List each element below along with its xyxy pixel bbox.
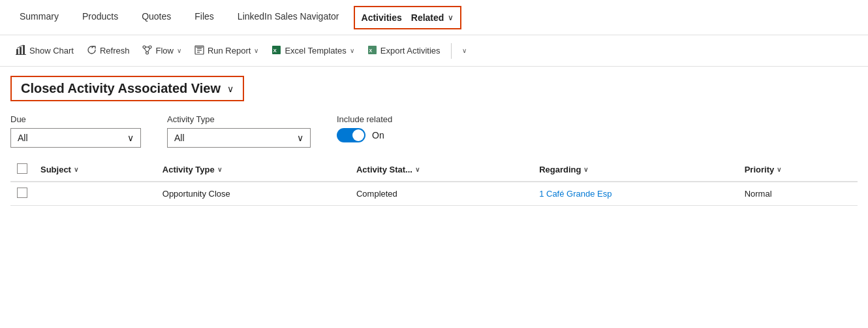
activity-type-sort-icon: ∨: [217, 166, 222, 173]
run-report-label: Run Report: [208, 46, 251, 56]
include-related-label: Include related: [337, 114, 392, 124]
show-chart-label: Show Chart: [29, 46, 74, 56]
due-filter-label: Due: [10, 114, 141, 124]
excel-templates-button[interactable]: X Excel Templates ∨: [266, 42, 359, 59]
tab-summary[interactable]: Summary: [10, 0, 68, 35]
row-regarding[interactable]: 1 Café Grande Esp: [533, 182, 738, 206]
run-report-icon: [194, 45, 204, 57]
svg-point-4: [143, 46, 146, 48]
view-title-text: Closed Activity Associated View: [21, 81, 221, 96]
tab-quotes[interactable]: Quotes: [132, 0, 180, 35]
subject-sort-icon: ∨: [74, 166, 78, 173]
row-activity-type: Opportunity Close: [156, 182, 350, 206]
svg-rect-2: [23, 45, 25, 54]
include-related-toggle[interactable]: [337, 128, 365, 142]
svg-text:X: X: [273, 48, 277, 54]
header-priority[interactable]: Priority ∨: [738, 158, 858, 182]
svg-point-6: [146, 52, 149, 54]
flow-icon: [142, 45, 152, 57]
activity-type-filter-value: All: [174, 133, 185, 143]
due-filter-select[interactable]: All ∨: [10, 128, 141, 148]
toggle-row: On: [337, 128, 392, 142]
activity-type-filter-chevron-icon: ∨: [297, 133, 303, 143]
refresh-button[interactable]: Refresh: [82, 42, 135, 59]
nav-tabs: Summary Products Quotes Files LinkedIn S…: [0, 0, 868, 35]
activity-type-filter-group: Activity Type All ∨: [167, 114, 311, 148]
row-activity-status: Completed: [350, 182, 533, 206]
header-checkbox[interactable]: [17, 163, 27, 174]
filters-row: Due All ∨ Activity Type All ∨ Include re…: [0, 108, 868, 158]
activity-type-filter-select[interactable]: All ∨: [167, 128, 311, 148]
run-report-chevron-icon: ∨: [254, 47, 258, 54]
view-title-bar: Closed Activity Associated View ∨: [0, 67, 868, 108]
activity-type-filter-label: Activity Type: [167, 114, 311, 124]
row-checkbox[interactable]: [17, 188, 27, 198]
show-chart-button[interactable]: Show Chart: [10, 42, 79, 59]
toggle-knob: [352, 129, 364, 141]
excel-templates-icon: X: [271, 45, 281, 57]
regarding-sort-icon: ∨: [583, 166, 588, 173]
export-activities-label: Export Activities: [380, 46, 441, 56]
related-chevron-icon: ∨: [448, 13, 454, 22]
more-options-button[interactable]: ∨: [457, 44, 472, 57]
table-container: Subject ∨ Activity Type ∨ Activity Stat.…: [0, 158, 868, 206]
flow-chevron-icon: ∨: [177, 47, 181, 54]
include-related-group: Include related On: [337, 114, 392, 142]
flow-button[interactable]: Flow ∨: [137, 42, 186, 59]
svg-line-9: [148, 48, 151, 52]
row-checkbox-cell: [10, 182, 34, 206]
refresh-label: Refresh: [100, 46, 130, 56]
tab-related-label: Related: [411, 12, 444, 23]
due-filter-group: Due All ∨: [10, 114, 141, 148]
show-chart-icon: [16, 44, 26, 57]
svg-rect-0: [16, 49, 18, 54]
view-title-chevron-icon: ∨: [227, 84, 234, 94]
priority-sort-icon: ∨: [777, 166, 781, 173]
due-filter-chevron-icon: ∨: [127, 133, 134, 143]
export-activities-button[interactable]: X Export Activities: [362, 42, 446, 59]
row-subject: [34, 182, 156, 206]
svg-point-5: [149, 46, 151, 48]
flow-label: Flow: [155, 46, 173, 56]
excel-templates-chevron-icon: ∨: [350, 47, 354, 54]
toolbar: Show Chart Refresh Flow ∨: [0, 35, 868, 67]
header-regarding[interactable]: Regarding ∨: [533, 158, 738, 182]
header-checkbox-cell: [10, 158, 34, 182]
table-row: Opportunity Close Completed 1 Café Grand…: [10, 182, 858, 206]
tab-files[interactable]: Files: [185, 0, 223, 35]
activities-table: Subject ∨ Activity Type ∨ Activity Stat.…: [10, 158, 858, 206]
tab-products[interactable]: Products: [73, 0, 127, 35]
table-header-row: Subject ∨ Activity Type ∨ Activity Stat.…: [10, 158, 858, 182]
run-report-button[interactable]: Run Report ∨: [189, 42, 264, 59]
refresh-icon: [87, 45, 97, 57]
row-priority: Normal: [738, 182, 858, 206]
tab-linkedin[interactable]: LinkedIn Sales Navigator: [228, 0, 349, 35]
header-subject[interactable]: Subject ∨: [34, 158, 156, 182]
svg-rect-14: [196, 46, 203, 48]
due-filter-value: All: [18, 133, 28, 143]
tab-activities-label: Activities: [362, 12, 402, 23]
tab-activities-related-box[interactable]: Activities Related ∨: [354, 6, 462, 29]
header-activity-status[interactable]: Activity Stat... ∨: [350, 158, 533, 182]
svg-text:X: X: [369, 48, 372, 53]
view-title-dropdown[interactable]: Closed Activity Associated View ∨: [10, 76, 244, 101]
more-options-icon: ∨: [462, 47, 467, 54]
regarding-link[interactable]: 1 Café Grande Esp: [539, 189, 612, 199]
activity-status-sort-icon: ∨: [415, 166, 420, 173]
toggle-on-label: On: [372, 130, 384, 140]
export-activities-icon: X: [367, 45, 377, 57]
svg-line-8: [144, 48, 147, 52]
header-activity-type[interactable]: Activity Type ∨: [156, 158, 350, 182]
excel-templates-label: Excel Templates: [285, 46, 346, 56]
toolbar-separator: [451, 43, 452, 59]
svg-rect-1: [20, 47, 22, 54]
